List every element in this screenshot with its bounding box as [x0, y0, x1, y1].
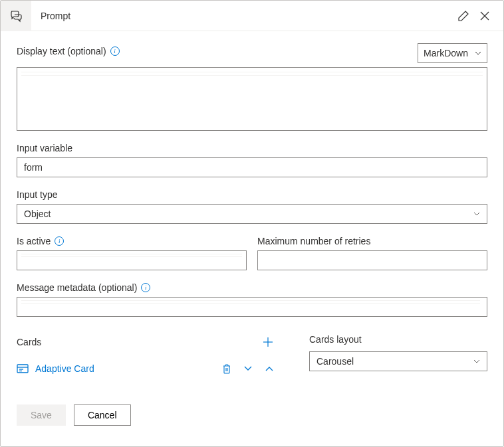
chevron-down-icon	[475, 51, 481, 55]
edit-button[interactable]	[453, 5, 474, 27]
display-text-label-text: Display text (optional)	[17, 46, 106, 56]
cards-layout-select[interactable]: Carousel	[309, 351, 487, 371]
message-metadata-input[interactable]	[17, 297, 487, 317]
cancel-button[interactable]: Cancel	[74, 404, 131, 426]
display-text-input[interactable]	[17, 67, 487, 131]
prompt-panel: Prompt Display text (optional) i	[0, 0, 504, 447]
format-value: MarkDown	[424, 48, 468, 58]
move-card-down-button[interactable]	[241, 362, 255, 375]
close-button[interactable]	[474, 5, 495, 27]
panel-title: Prompt	[31, 11, 453, 21]
is-active-input[interactable]	[17, 250, 247, 270]
cards-section: Cards	[17, 334, 276, 378]
close-icon	[479, 11, 490, 21]
card-item: Adaptive Card	[17, 359, 276, 378]
message-metadata-label: Message metadata (optional) i	[17, 282, 487, 293]
chevron-down-icon	[473, 359, 480, 363]
trash-icon	[222, 363, 231, 374]
move-card-up-button[interactable]	[263, 362, 276, 375]
cards-label: Cards	[17, 337, 41, 347]
info-icon[interactable]: i	[141, 283, 150, 292]
prompt-type-icon-box	[1, 1, 31, 31]
pencil-icon	[457, 10, 469, 22]
chevron-up-icon	[265, 366, 273, 371]
plus-icon	[263, 337, 273, 347]
max-retries-label: Maximum number of retries	[257, 236, 487, 246]
chat-icon	[9, 9, 23, 23]
input-variable-field[interactable]	[17, 157, 487, 177]
svg-rect-4	[17, 365, 28, 373]
max-retries-field[interactable]	[257, 250, 487, 270]
footer-actions: Save Cancel	[17, 404, 487, 426]
input-variable-label: Input variable	[17, 143, 487, 153]
message-metadata-label-text: Message metadata (optional)	[17, 282, 137, 293]
add-card-button[interactable]	[260, 334, 276, 350]
info-icon[interactable]: i	[110, 46, 120, 56]
card-name-text: Adaptive Card	[35, 363, 94, 374]
panel-body: Display text (optional) i MarkDown Input…	[1, 31, 503, 446]
is-active-label-text: Is active	[17, 236, 51, 246]
input-type-value: Object	[24, 209, 51, 219]
chevron-down-icon	[473, 212, 480, 216]
input-type-label: Input type	[17, 189, 487, 200]
chevron-down-icon	[244, 366, 252, 371]
is-active-label: Is active i	[17, 236, 247, 246]
info-icon[interactable]: i	[55, 236, 64, 246]
cards-layout-value: Carousel	[316, 356, 354, 367]
format-selector[interactable]: MarkDown	[418, 43, 487, 63]
adaptive-card-icon	[17, 364, 29, 373]
save-button: Save	[17, 404, 66, 426]
delete-card-button[interactable]	[220, 362, 233, 375]
cards-layout-label: Cards layout	[309, 334, 487, 345]
card-link[interactable]: Adaptive Card	[17, 363, 94, 374]
display-text-label: Display text (optional) i	[17, 46, 120, 56]
input-type-select[interactable]: Object	[17, 204, 487, 224]
panel-header: Prompt	[1, 1, 503, 31]
